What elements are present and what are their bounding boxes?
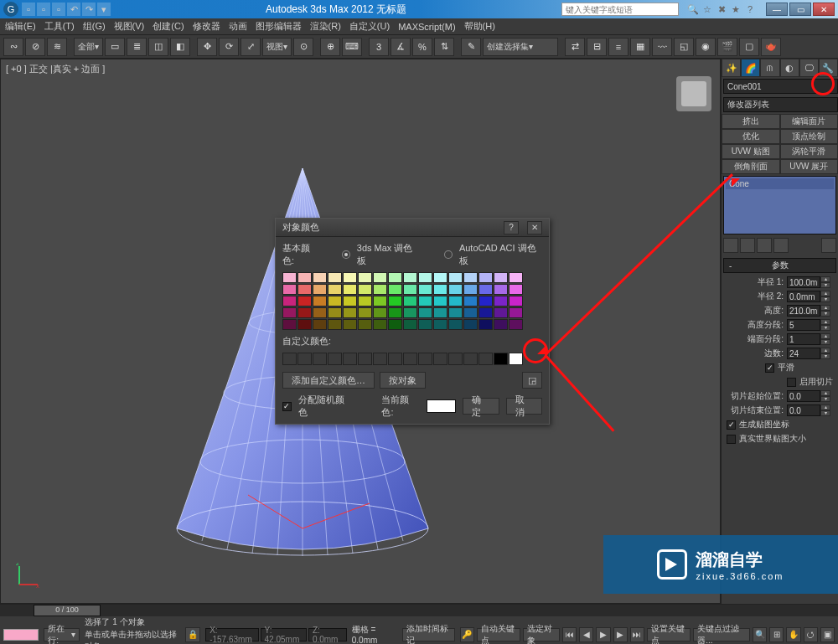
color-swatch[interactable] <box>509 272 523 283</box>
color-swatch[interactable] <box>358 296 372 307</box>
color-swatch[interactable] <box>478 307 493 318</box>
custom-color-14[interactable] <box>478 353 493 365</box>
custom-color-11[interactable] <box>433 353 447 365</box>
ok-button[interactable]: 确定 <box>463 398 499 415</box>
goto-end-icon[interactable]: ⏭ <box>630 627 644 642</box>
qat-redo-icon[interactable]: ↷ <box>82 3 96 16</box>
custom-color-8[interactable] <box>388 353 402 365</box>
render-setup-icon[interactable]: 🎬 <box>717 38 737 56</box>
custom-color-12[interactable] <box>448 353 463 365</box>
create-tab-icon[interactable]: ✨ <box>722 59 741 77</box>
real-world-checkbox[interactable] <box>727 435 736 444</box>
time-tag-dropdown[interactable]: 添加时间标记 <box>402 628 455 641</box>
app-logo-icon[interactable]: G <box>3 2 18 17</box>
gen-uv-checkbox[interactable] <box>727 420 736 430</box>
cancel-button[interactable]: 取消 <box>506 398 542 415</box>
color-swatch[interactable] <box>388 319 402 330</box>
script-listener-icon[interactable] <box>3 629 39 641</box>
selection-filter-dropdown[interactable]: 全部 ▾ <box>74 38 103 56</box>
time-handle[interactable]: 0 / 100 <box>34 605 101 616</box>
palette-3dsmax-radio[interactable] <box>342 250 350 259</box>
color-swatch[interactable] <box>433 272 447 283</box>
window-crossing-icon[interactable]: ◧ <box>170 38 190 56</box>
select-manipulate-icon[interactable]: ⊕ <box>320 38 340 56</box>
signin-icon[interactable]: ☆ <box>701 3 713 15</box>
ref-coord-dropdown[interactable]: 视图 ▾ <box>262 38 292 56</box>
show-end-result-icon[interactable] <box>740 238 755 253</box>
remove-modifier-icon[interactable] <box>773 238 789 253</box>
snap-toggle-icon[interactable]: 3 <box>369 38 389 56</box>
color-swatch[interactable] <box>509 284 523 295</box>
cseg-spinner[interactable]: ▴▾ <box>787 333 833 345</box>
custom-color-4[interactable] <box>328 353 342 365</box>
modbtn-turbosmooth[interactable]: 涡轮平滑 <box>780 144 839 159</box>
time-slider[interactable]: 0 / 100 <box>0 605 838 616</box>
color-swatch[interactable] <box>282 319 297 330</box>
color-swatch[interactable] <box>448 319 463 330</box>
custom-color-6[interactable] <box>358 353 372 365</box>
color-swatch[interactable] <box>282 296 297 307</box>
assign-random-checkbox[interactable] <box>282 402 292 411</box>
color-swatch[interactable] <box>297 296 312 307</box>
color-swatch[interactable] <box>297 319 312 330</box>
color-swatch[interactable] <box>403 296 417 307</box>
select-by-name-icon[interactable]: ≣ <box>127 38 147 56</box>
rollout-header[interactable]: 参数 <box>723 258 836 273</box>
modifier-list-dropdown[interactable] <box>723 97 838 112</box>
color-swatch[interactable] <box>403 319 417 330</box>
color-swatch[interactable] <box>297 307 312 318</box>
configure-sets-icon[interactable] <box>821 238 836 253</box>
nav-zoom-all-icon[interactable]: ⊞ <box>769 627 784 642</box>
spinner-snap-icon[interactable]: ⇅ <box>434 38 454 56</box>
color-swatch[interactable] <box>509 307 523 318</box>
play-icon[interactable]: ▶ <box>596 627 610 642</box>
dialog-close-icon[interactable]: ✕ <box>527 221 542 234</box>
mirror-icon[interactable]: ⇄ <box>565 38 585 56</box>
help-icon[interactable]: ? <box>744 3 756 15</box>
prev-frame-icon[interactable]: ◀ <box>579 627 593 642</box>
named-selection-dropdown[interactable]: 创建选择集 ▾ <box>483 38 558 56</box>
custom-color-10[interactable] <box>418 353 432 365</box>
qat-more-icon[interactable]: ▾ <box>97 3 111 16</box>
keyboard-shortcut-icon[interactable]: ⌨ <box>342 38 362 56</box>
unlink-icon[interactable]: ⊘ <box>25 38 45 56</box>
goto-start-icon[interactable]: ⏮ <box>562 627 577 642</box>
autokey-button[interactable]: 自动关键点 <box>477 628 520 641</box>
color-swatch[interactable] <box>282 272 297 283</box>
nav-zoom-icon[interactable]: 🔍 <box>753 627 767 642</box>
color-swatch[interactable] <box>403 307 417 318</box>
color-swatch[interactable] <box>463 319 478 330</box>
color-swatch[interactable] <box>328 296 342 307</box>
hierarchy-tab-icon[interactable]: ⫙ <box>760 59 779 77</box>
color-swatch[interactable] <box>313 307 327 318</box>
color-swatch[interactable] <box>328 307 342 318</box>
modify-tab-icon[interactable]: 🌈 <box>741 59 760 77</box>
move-icon[interactable]: ✥ <box>197 38 217 56</box>
custom-color-7[interactable] <box>373 353 387 365</box>
render-production-icon[interactable]: 🫖 <box>761 38 781 56</box>
slice-to-spinner[interactable]: ▴▾ <box>787 404 833 416</box>
radius1-spinner[interactable]: ▴▾ <box>787 276 833 288</box>
smooth-checkbox[interactable] <box>765 363 774 373</box>
keyfilter-button[interactable]: 关键点过滤器... <box>693 628 750 641</box>
selkey-dropdown[interactable]: 选定对象 <box>523 628 560 641</box>
coord-x-field[interactable]: X: -157.63mm <box>205 628 258 641</box>
color-swatch[interactable] <box>433 319 447 330</box>
color-swatch[interactable] <box>328 319 342 330</box>
color-swatch[interactable] <box>313 284 327 295</box>
color-swatch[interactable] <box>463 296 478 307</box>
color-swatch[interactable] <box>478 284 493 295</box>
menu-maxscript[interactable]: MAXScript(M) <box>398 22 455 32</box>
curve-editor-icon[interactable]: 〰 <box>652 38 672 56</box>
schematic-view-icon[interactable]: ◱ <box>674 38 694 56</box>
by-object-button[interactable]: 按对象 <box>380 372 426 389</box>
custom-color-3[interactable] <box>313 353 327 365</box>
select-object-icon[interactable]: ▭ <box>105 38 125 56</box>
color-swatch[interactable] <box>494 319 508 330</box>
align-icon[interactable]: ⊟ <box>587 38 607 56</box>
color-swatch[interactable] <box>478 319 493 330</box>
favorites-icon[interactable]: ★ <box>730 3 742 15</box>
link-icon[interactable]: ∾ <box>3 38 23 56</box>
color-swatch[interactable] <box>313 296 327 307</box>
utilities-tab-icon[interactable]: 🔧 <box>819 59 838 77</box>
